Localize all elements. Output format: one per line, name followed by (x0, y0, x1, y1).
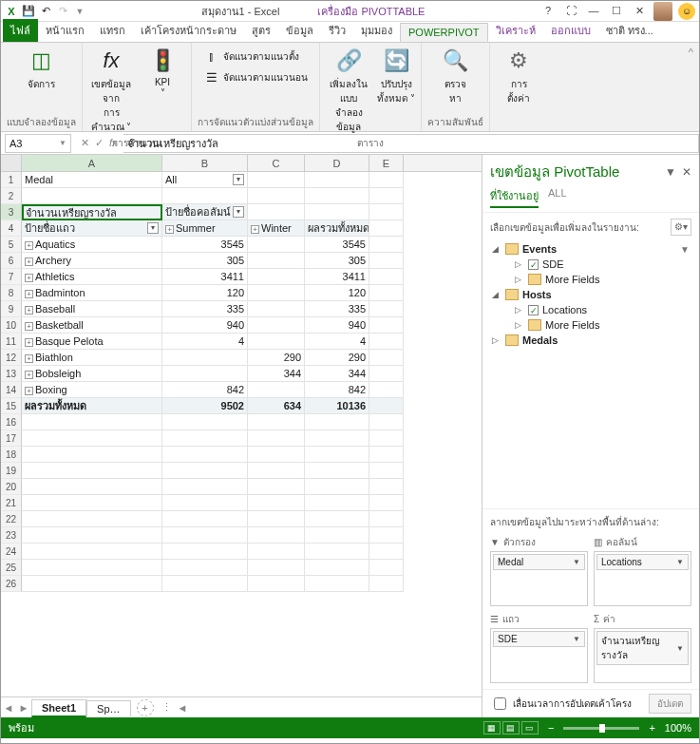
cell[interactable] (162, 576, 248, 592)
cell[interactable] (369, 560, 404, 576)
pivot-row-caption[interactable]: ป้ายชื่อแถว▾ (22, 220, 162, 237)
value-field-count[interactable]: จำนวนเหรียญรางวัล▼ (596, 631, 689, 665)
tab-design[interactable]: ออกแบบ (543, 19, 598, 42)
cell[interactable] (162, 414, 248, 430)
cell[interactable] (248, 414, 305, 430)
cell[interactable] (369, 366, 404, 382)
cell[interactable] (248, 576, 305, 592)
cell[interactable] (369, 172, 404, 188)
cell[interactable] (305, 576, 369, 592)
pivot-col-caption[interactable]: ป้ายชื่อคอลัมน์▾ (162, 204, 248, 220)
row-header[interactable]: 14 (1, 382, 22, 398)
cell[interactable] (248, 527, 305, 544)
cell[interactable] (22, 527, 162, 544)
cell[interactable] (305, 511, 369, 527)
tab-home[interactable]: หน้าแรก (38, 19, 92, 42)
tab-insert[interactable]: แทรก (92, 19, 133, 42)
row-header[interactable]: 18 (1, 447, 22, 463)
expand-icon[interactable]: + (25, 241, 33, 250)
cell[interactable] (369, 301, 404, 317)
cell[interactable] (248, 511, 305, 527)
redo-icon[interactable]: ↷ (56, 5, 69, 18)
zoom-out-icon[interactable]: − (548, 722, 554, 734)
filter-icon[interactable]: ▼ (680, 244, 693, 255)
cell[interactable] (369, 414, 404, 430)
cell[interactable] (162, 560, 248, 576)
refresh-all-button[interactable]: 🔄 ปรับปรุง ทั้งหมด ˅ (377, 47, 415, 105)
tab-review[interactable]: รีวิว (321, 19, 353, 42)
row-header[interactable]: 24 (1, 544, 22, 560)
qat-dropdown-icon[interactable]: ▼ (73, 5, 86, 18)
cell[interactable] (22, 544, 162, 560)
row-header[interactable]: 21 (1, 495, 22, 511)
col-labels-dropdown[interactable]: ▾ (233, 206, 244, 218)
cell[interactable] (369, 495, 404, 511)
row-header[interactable]: 11 (1, 334, 22, 350)
cancel-fx-icon[interactable]: ✕ (81, 137, 89, 149)
pane-tab-active[interactable]: ที่ใช้งานอยู่ (490, 187, 539, 208)
tab-powerpivot[interactable]: POWERPIVOT (400, 23, 488, 42)
help-icon[interactable]: ? (539, 5, 557, 18)
expand-icon[interactable]: + (25, 258, 33, 266)
maximize-icon[interactable]: ☐ (608, 5, 625, 18)
row-field-sde[interactable]: SDE▼ (493, 631, 585, 647)
formula-input[interactable]: จำนวนเหรียญรางวัล (123, 134, 699, 153)
cell[interactable] (369, 253, 404, 269)
cell[interactable] (162, 495, 248, 511)
checkbox-sde[interactable]: ✓ (528, 259, 539, 270)
cell[interactable] (248, 560, 305, 576)
cell[interactable] (369, 317, 404, 334)
cell[interactable] (369, 334, 404, 350)
row-header[interactable]: 19 (1, 463, 22, 479)
tab-data[interactable]: ข้อมูล (278, 19, 321, 42)
row-header[interactable]: 2 (1, 188, 22, 204)
pivot-value-caption[interactable]: จำนวนเหรียญรางวัล (22, 204, 162, 220)
cell[interactable] (22, 560, 162, 576)
cell[interactable] (305, 430, 369, 447)
columns-zone[interactable]: Locations▼ (594, 551, 691, 606)
pivot-col-summer[interactable]: +Summer (162, 220, 248, 237)
cell[interactable] (162, 463, 248, 479)
row-header[interactable]: 7 (1, 269, 22, 285)
cell[interactable] (248, 188, 305, 204)
cell[interactable] (162, 511, 248, 527)
cell[interactable] (22, 447, 162, 463)
cell[interactable] (369, 188, 404, 204)
pivot-row-item[interactable]: +Basketball (22, 317, 162, 334)
pivot-row-item[interactable]: +Basque Pelota (22, 334, 162, 350)
fx-insert-icon[interactable]: fx (109, 137, 118, 149)
cell[interactable] (248, 544, 305, 560)
expand-icon[interactable]: + (251, 225, 259, 234)
cell[interactable] (248, 479, 305, 495)
cell[interactable] (248, 204, 305, 220)
row-header[interactable]: 10 (1, 317, 22, 334)
cell[interactable] (305, 560, 369, 576)
row-header[interactable]: 12 (1, 350, 22, 366)
checkbox-locations[interactable]: ✓ (528, 305, 539, 315)
row-header[interactable]: 20 (1, 479, 22, 495)
tab-analyze[interactable]: วิเคราะห์ (488, 19, 543, 42)
cell[interactable] (305, 414, 369, 430)
pivot-row-item[interactable]: +Biathlon (22, 350, 162, 366)
cell[interactable] (248, 430, 305, 447)
cell[interactable] (369, 430, 404, 447)
align-horizontal-button[interactable]: ☰จัดแนวตามแนวนอน (202, 67, 310, 86)
cell[interactable] (22, 479, 162, 495)
user-avatar[interactable] (653, 2, 672, 21)
expand-icon[interactable]: + (25, 322, 33, 331)
calculated-field-button[interactable]: fx เขตข้อมูลจาก การคำนวณ ˅ (88, 47, 134, 134)
update-button[interactable]: อัปเดต (649, 694, 691, 714)
filters-zone[interactable]: Medal▼ (490, 551, 588, 606)
cell[interactable] (369, 576, 404, 592)
expand-icon[interactable]: + (25, 371, 33, 379)
filter-dropdown[interactable]: ▾ (233, 174, 244, 185)
row-header[interactable]: 23 (1, 527, 22, 544)
row-header[interactable]: 5 (1, 237, 22, 253)
cell[interactable] (22, 576, 162, 592)
cell[interactable] (369, 204, 404, 220)
cell[interactable] (22, 188, 162, 204)
row-header[interactable]: 25 (1, 560, 22, 576)
pane-tools-icon[interactable]: ⚙▾ (671, 219, 691, 236)
view-normal-icon[interactable]: ▦ (483, 721, 501, 734)
kpi-button[interactable]: 🚦 KPI ˅ (140, 47, 185, 98)
